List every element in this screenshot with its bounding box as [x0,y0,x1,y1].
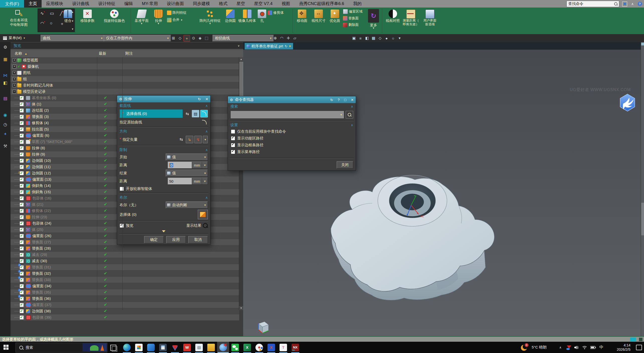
mirror-geometry-button[interactable]: 镜像几何体 [238,10,256,23]
taskbar-app[interactable]: W [181,342,193,353]
section-limits[interactable]: 限制∧ [117,147,210,153]
tree-row[interactable]: 替换面 (28) ✔ [11,245,239,252]
plane-tool-icon[interactable]: ▱ [292,35,298,41]
process-studio-icon[interactable]: ✦ [2,131,8,137]
feature-checkbox[interactable] [20,196,24,200]
menu-item[interactable]: 编辑 [120,0,137,8]
taskbar-app[interactable] [121,342,133,353]
feature-checkbox[interactable] [20,246,24,251]
feature-checkbox[interactable] [20,127,24,131]
feature-checkbox[interactable] [20,265,24,269]
tree-row[interactable]: 替换面 (35) ✔ [11,289,239,296]
perspective-icon[interactable]: ◇ [377,35,383,41]
tree-row[interactable]: + ✔ 摄像机 [11,63,239,70]
studio-spline-icon[interactable]: ∿ [40,11,44,16]
taskbar-app[interactable] [169,342,181,353]
start-distance-input[interactable]: 0 mm▼ [168,162,208,169]
hole-button[interactable]: 孔 [257,10,267,23]
layers-icon[interactable]: ≡ [357,35,363,41]
pattern-geometry-button[interactable]: 阵列几何特征▼ [198,10,223,25]
feature-checkbox[interactable] [20,121,24,125]
model-3d[interactable]: XC [311,163,511,304]
minimize-ribbon-icon[interactable]: ∧ [630,2,635,6]
tree-row[interactable]: + 非时间戳记几何体 [11,82,239,89]
taskbar-app[interactable]: X [265,342,277,353]
tray-app-icon[interactable] [566,342,572,353]
feature-checkbox[interactable] [20,303,24,307]
menu-item[interactable]: 格式 [215,0,232,8]
extrude-button[interactable]: 拉伸▼ [151,10,165,25]
feature-checkbox[interactable] [20,184,24,188]
clock[interactable]: 4:142026/2/5 [611,342,630,353]
tree-row[interactable]: + 模型视图 [11,57,239,63]
menu-item[interactable]: MY-常用 [137,0,162,8]
feature-checkbox[interactable] [20,202,24,207]
vector-options-icon[interactable]: ▼ [203,136,208,143]
volume-icon[interactable] [574,342,579,353]
circle-icon[interactable]: ○ [50,21,52,26]
linear-dimension-button[interactable]: 线性尺寸 [310,10,327,23]
option-checkbox[interactable] [231,143,235,147]
reuse-library-icon[interactable]: ▤ [2,95,8,101]
optimize-face-button[interactable]: 优化面 [328,10,342,23]
taskbar-app[interactable] [157,342,169,353]
expand-icon[interactable]: − [13,90,16,94]
dashed-box-icon[interactable]: ⬚ [204,35,210,41]
column-latest[interactable]: 最新 [99,51,106,56]
more-tools-icon[interactable]: ▾ [397,35,403,41]
end-type-dropdown[interactable]: 值▼ [166,170,208,177]
tree-row[interactable]: 替换面 (36) ✔ [11,296,239,302]
feature-checkbox[interactable] [20,108,24,113]
view-orient-icon[interactable]: ◧ [364,35,370,41]
feature-checkbox[interactable] [20,253,24,257]
wireframe-contrast-button[interactable]: 线框对照 [384,10,402,23]
boolean-dropdown[interactable]: 自动判断▼ [166,201,208,208]
taskbar-app[interactable]: ▤ [193,342,205,353]
delete-face-button[interactable]: 删除面 [343,23,366,27]
tree-row[interactable]: 偏置面 (34) ✔ [11,283,239,289]
snap-point-icon[interactable]: ＋ [183,35,190,42]
notification-icon[interactable] [636,342,642,353]
wifi-icon[interactable] [582,342,587,353]
tree-row[interactable]: 减去 (29) ✔ [11,252,239,258]
feature-checkbox[interactable] [20,309,24,313]
grid-icon[interactable]: ▦ [371,35,377,41]
dialog-close-icon[interactable]: ✕ [205,97,208,101]
rotate-icon[interactable]: ⊙ [191,35,197,41]
ui-preferences-button[interactable]: 用户界面首选项 [420,10,440,26]
tree-row[interactable]: 替换面 (32) ✔ [11,270,239,277]
expand-icon[interactable]: + [13,84,16,87]
expand-icon[interactable]: + [13,71,16,75]
pattern-feature-button[interactable]: 阵列特征 [167,11,197,15]
menu-item[interactable]: 设计特征 [94,0,120,8]
graphics-canvas[interactable]: UG爱好者 WWW.UGSNX.COM [243,50,641,336]
section-search[interactable]: 搜索∧ [228,103,356,110]
feature-checkbox[interactable] [20,315,24,320]
edge-blend-button[interactable]: 边倒圆 [224,10,237,23]
wcs-icon[interactable]: ✛ [285,35,291,41]
settings-gear-icon[interactable]: ⚙ [2,44,8,50]
taskbar-app[interactable] [133,342,145,353]
trim-body-button[interactable]: 修剪体 [268,11,290,15]
wireframe-icon[interactable]: ○ [390,35,396,41]
feature-checkbox[interactable] [20,221,24,226]
tree-row[interactable]: 包容体 (39) ✔ [11,314,239,321]
menu-item[interactable]: 主页 [24,0,42,8]
task-view-button[interactable] [110,345,116,351]
expand-icon[interactable]: + [13,58,16,62]
feature-checkbox[interactable] [20,102,24,106]
float-ribbon-icon[interactable] [622,2,627,7]
section-curve[interactable]: 截面线∧ [117,102,210,109]
menu-item[interactable]: 应用模块 [42,0,68,8]
end-distance-input[interactable]: 50 mm▼ [168,178,208,185]
weather-text[interactable]: 5°C 晴朗 [532,342,546,353]
tree-row[interactable]: 偏置面 (37) ✔ [11,302,239,308]
feature-checkbox[interactable] [20,171,24,175]
feature-checkbox[interactable] [20,152,24,157]
dialog-reset-icon[interactable]: ↻ [198,97,201,101]
follow-fillet-icon[interactable]: ◠ [279,35,285,41]
menu-item[interactable]: 同步建模 [189,0,215,8]
tree-row[interactable]: 减去 (30) ✔ [11,258,239,264]
feature-checkbox[interactable] [20,284,24,288]
replace-face-button[interactable]: 替换面 [343,16,366,21]
